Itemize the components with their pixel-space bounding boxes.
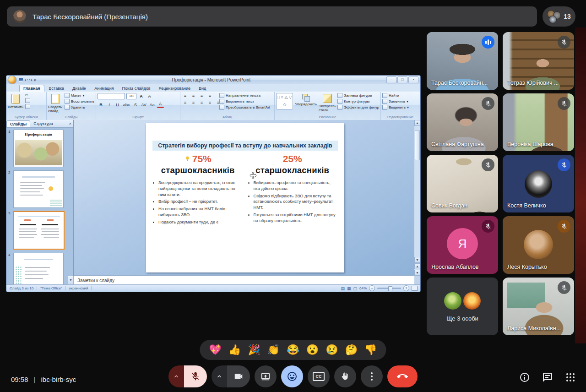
undo-icon[interactable]: ↶ <box>24 78 28 82</box>
next-slide-button[interactable]: ▼ <box>414 270 420 276</box>
reaction-laugh[interactable]: 😂 <box>287 344 299 356</box>
previous-slide-button[interactable]: ▲ <box>414 263 420 269</box>
view-sorter-icon[interactable]: ▦ <box>347 286 351 291</box>
scroll-down-icon[interactable]: ▼ <box>414 257 420 263</box>
reaction-cry[interactable]: 😢 <box>326 344 338 356</box>
minimize-button[interactable]: – <box>386 76 396 83</box>
restore-button[interactable]: □ <box>397 76 407 83</box>
reaction-party[interactable]: 🎉 <box>248 344 260 356</box>
text-direction-button[interactable]: Направление текста <box>219 93 270 98</box>
grow-font-button[interactable]: A <box>138 93 145 99</box>
overflow-tile[interactable]: Ще 3 особи <box>427 278 498 335</box>
info-icon[interactable] <box>519 372 530 383</box>
indent-increase-button[interactable]: ≡ <box>206 93 213 98</box>
view-normal-icon[interactable]: ▤ <box>341 286 345 291</box>
align-center-button[interactable]: ≡ <box>190 100 197 105</box>
quick-access-toolbar[interactable]: ↶ ↷ ▾ <box>19 78 36 82</box>
camera-toggle-button[interactable] <box>227 365 250 387</box>
indent-decrease-button[interactable]: ≡ <box>198 93 205 98</box>
scrollbar-thumb[interactable] <box>415 130 420 160</box>
more-options-button[interactable] <box>361 365 383 387</box>
shrink-font-button[interactable]: A <box>146 93 153 99</box>
pane-close-icon[interactable]: × <box>69 121 71 126</box>
tab-slideshow[interactable]: Показ слайдов <box>119 85 154 92</box>
participants-count-pill[interactable]: 13 <box>543 6 575 27</box>
replace-button[interactable]: Заменить▾ <box>382 99 409 104</box>
office-button[interactable] <box>8 76 16 84</box>
arrange-button[interactable]: Упорядочить <box>295 93 317 106</box>
cut-button[interactable]: ✂ <box>25 93 30 97</box>
quick-styles-button[interactable]: Экспресс-стили <box>319 93 336 112</box>
justify-button[interactable]: ≡ <box>206 100 213 105</box>
participant-tile[interactable]: Тарас Бескоровайн... <box>427 32 498 90</box>
participant-tile[interactable]: Світлана Фартушна <box>427 93 498 151</box>
shapes-gallery[interactable]: □ ○ △ ▽ ◇ ╲ ╱ ⌒ { } ☆ <box>276 93 293 109</box>
align-text-button[interactable]: Выровнять текст <box>219 99 270 104</box>
view-slideshow-icon[interactable]: ▢ <box>353 286 357 291</box>
participant-tile[interactable]: Вероніка Шарова <box>503 93 574 151</box>
slide-thumbnail-3[interactable]: 3 <box>8 211 68 250</box>
zoom-out-button[interactable]: − <box>369 285 375 291</box>
change-case-button[interactable]: Aa <box>149 102 156 108</box>
zoom-slider-thumb[interactable] <box>388 286 392 291</box>
apps-grid-icon[interactable] <box>565 372 576 383</box>
editor-scrollbar[interactable]: ▲ ▼ ▲ ▼ <box>414 120 420 276</box>
smartart-button[interactable]: Преобразовать в SmartArt <box>219 105 270 110</box>
chat-icon[interactable] <box>542 372 553 383</box>
find-button[interactable]: Найти <box>382 93 409 98</box>
participant-tile[interactable]: Костя Величко <box>503 155 574 212</box>
tab-animation[interactable]: Анимация <box>91 85 117 92</box>
shape-fill-button[interactable]: Заливка фигуры <box>337 93 379 98</box>
captions-button[interactable]: CC <box>308 365 330 387</box>
participant-tile[interactable]: Леся Корытько <box>503 216 574 274</box>
tab-home[interactable]: Главная <box>19 85 44 92</box>
select-button[interactable]: Выделить▾ <box>382 105 409 110</box>
participant-tile[interactable]: Я Ярослав Абаплов <box>427 216 498 274</box>
font-name-combo[interactable] <box>98 93 125 99</box>
zoom-slider[interactable] <box>377 288 401 289</box>
bullets-button[interactable]: ≡ <box>182 93 189 98</box>
layout-button[interactable]: Макет▾ <box>65 93 94 98</box>
shape-outline-button[interactable]: Контур фигуры <box>337 99 379 104</box>
reaction-heart[interactable]: 💖 <box>209 344 221 356</box>
slide-thumbnail-1[interactable]: 1 Профорістація <box>8 130 68 167</box>
tab-insert[interactable]: Вставка <box>45 85 68 92</box>
present-button[interactable] <box>255 365 277 387</box>
slides-tab[interactable]: Слайды <box>6 120 30 127</box>
zoom-in-button[interactable]: + <box>403 285 409 291</box>
participant-tile[interactable]: Совик Богдан <box>427 155 498 212</box>
current-slide[interactable]: Стратегія вибору професії та вступу до н… <box>146 123 344 272</box>
raise-hand-button[interactable] <box>334 365 356 387</box>
tab-review[interactable]: Рецензирование <box>155 85 195 92</box>
bold-button[interactable]: B <box>98 102 104 108</box>
paste-button[interactable]: Вставить <box>8 93 23 109</box>
save-icon[interactable] <box>19 78 23 82</box>
participant-tile[interactable]: Лариса Миколаївн... <box>503 278 574 335</box>
align-left-button[interactable]: ≡ <box>182 100 189 105</box>
fit-to-window-button[interactable] <box>412 286 418 291</box>
reaction-clap[interactable]: 👏 <box>267 344 280 356</box>
char-spacing-button[interactable]: AV <box>141 102 147 108</box>
close-button[interactable]: × <box>408 76 418 83</box>
reaction-thinking[interactable]: 🤔 <box>345 344 358 356</box>
format-painter-button[interactable] <box>25 104 30 109</box>
mic-options-button[interactable] <box>168 365 184 387</box>
italic-button[interactable]: I <box>106 102 113 108</box>
tab-design[interactable]: Дизайн <box>69 85 90 92</box>
participant-tile[interactable]: Тотраз Юрійович ... <box>503 32 574 90</box>
ppt-title-bar[interactable]: ↶ ↷ ▾ Профорієтація - Microsoft PowerPoi… <box>6 76 420 84</box>
reset-button[interactable]: Восстановить <box>65 99 94 104</box>
outline-tab[interactable]: Структура <box>30 120 56 127</box>
font-color-button[interactable]: A <box>157 101 164 108</box>
camera-options-button[interactable] <box>212 365 227 387</box>
reaction-thumbs-down[interactable]: 👎 <box>364 344 377 356</box>
align-right-button[interactable]: ≡ <box>198 100 205 105</box>
end-call-button[interactable] <box>387 365 418 387</box>
slide-thumbnail-2[interactable]: 2 <box>8 170 68 208</box>
redo-icon[interactable]: ↷ <box>29 78 33 82</box>
mic-toggle-button[interactable] <box>184 365 207 387</box>
reactions-button[interactable] <box>281 365 303 387</box>
numbering-button[interactable]: ≡ <box>190 93 197 98</box>
tab-view[interactable]: Вид <box>195 85 210 92</box>
reaction-thumbs-up[interactable]: 👍 <box>228 344 241 356</box>
